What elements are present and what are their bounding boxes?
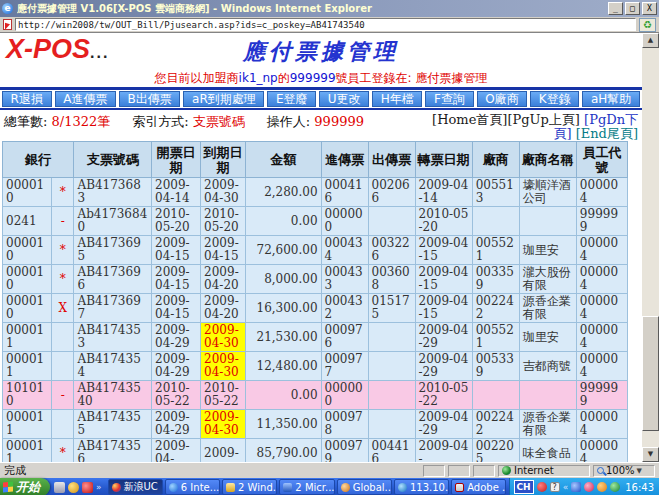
table-cell: AB4173696 bbox=[74, 265, 152, 294]
menu-button-return[interactable]: R退損 bbox=[2, 91, 52, 107]
table-row[interactable]: 101010-AB417435402010-05-222010-05-220.0… bbox=[3, 381, 628, 410]
table-cell: 2009-04-30 bbox=[201, 410, 246, 439]
table-cell: - bbox=[52, 207, 74, 236]
taskbar: 开始 » 新浪UC6 Inte...▼2 Wind...▼2 Micr...▼G… bbox=[0, 478, 659, 495]
maximize-button[interactable]: □ bbox=[625, 2, 640, 15]
url-input[interactable] bbox=[16, 20, 635, 30]
table-cell: 0.00 bbox=[246, 207, 322, 236]
sina-uc-icon bbox=[112, 483, 121, 492]
tray-qq-icon[interactable] bbox=[584, 482, 594, 492]
tray-security-icon[interactable] bbox=[610, 482, 620, 492]
taskbar-button-label: 新浪UC bbox=[124, 480, 158, 494]
page-nav-links: [Home首頁][PgUp上頁] [PgDn下頁] [End尾頁] bbox=[426, 113, 638, 141]
table-row[interactable]: 000011AB41743532009-04-292009-04-3021,53… bbox=[3, 323, 628, 352]
table-cell: 2010-05-20 bbox=[152, 207, 201, 236]
table-cell: 2009-04-14 bbox=[152, 178, 201, 207]
scroll-down-icon[interactable]: ▼ bbox=[642, 447, 659, 462]
refresh-go-icon[interactable]: ♻ bbox=[639, 18, 656, 32]
minimize-button[interactable]: _ bbox=[608, 2, 623, 15]
menu-button-annual-file[interactable]: H年檔 bbox=[372, 91, 422, 107]
table-cell bbox=[368, 352, 415, 381]
menu-button-register[interactable]: K登錄 bbox=[530, 91, 579, 107]
table-cell: 101010 bbox=[3, 381, 52, 410]
taskbar-button[interactable]: 6 Inte...▼ bbox=[165, 479, 220, 495]
scroll-up-icon[interactable]: ▲ bbox=[642, 33, 659, 48]
quick-launch-icon-1[interactable] bbox=[54, 482, 65, 493]
quick-launch-expand-icon[interactable]: » bbox=[96, 482, 102, 492]
tray-alert-icon[interactable] bbox=[537, 482, 547, 492]
table-cell: 2009-04-15 bbox=[201, 236, 246, 265]
scrollbar-track[interactable] bbox=[642, 48, 659, 447]
nav-home-link[interactable]: [Home首頁] bbox=[432, 112, 507, 127]
taskbar-button-label: 2 Micr... bbox=[295, 482, 334, 493]
menu-button-vendor[interactable]: O廠商 bbox=[477, 91, 528, 107]
table-row[interactable]: 000011*AB41743562009-04-2009-85,790.0000… bbox=[3, 439, 628, 463]
menu-button-due-process[interactable]: aR到期處理 bbox=[183, 91, 264, 107]
table-cell: 000000 bbox=[321, 381, 368, 410]
table-row[interactable]: 000011AB41743542009-04-292009-04-3012,48… bbox=[3, 352, 628, 381]
quick-launch-icon-2[interactable] bbox=[68, 482, 79, 493]
taskbar-button-label: 6 Inte... bbox=[181, 482, 219, 493]
language-indicator[interactable]: CH bbox=[514, 480, 534, 494]
table-cell: 21,530.00 bbox=[246, 323, 322, 352]
table-cell bbox=[368, 410, 415, 439]
table-cell: AB4173697 bbox=[74, 294, 152, 323]
taskbar-button[interactable]: 2 Micr...▼ bbox=[279, 479, 334, 495]
table-cell: 002205 bbox=[472, 439, 519, 463]
bills-table: 銀行 支票號碼 開票日期 到期日期 金額 進傳票 出傳票 轉票日期 廠商 廠商名… bbox=[2, 141, 628, 462]
menu-button-in-voucher[interactable]: A進傳票 bbox=[55, 91, 116, 107]
col-header-vendor-code: 廠商 bbox=[472, 142, 519, 178]
window-title: 應付票據管理 V1.06[X-POS 雲端商務網] - Windows Inte… bbox=[17, 2, 608, 16]
taskbar-button[interactable]: 2 Wind...▼ bbox=[222, 479, 277, 495]
nav-end-link[interactable]: [End尾頁] bbox=[576, 126, 638, 141]
menu-button-modify[interactable]: U更改 bbox=[319, 91, 369, 107]
zoom-control[interactable]: 100%▼ bbox=[593, 465, 655, 477]
col-header-vendor-name: 廠商名稱 bbox=[519, 142, 576, 178]
tray-help-icon[interactable]: ? bbox=[550, 482, 560, 492]
page-scrollbar[interactable]: ▲ ▼ bbox=[642, 33, 659, 462]
table-row[interactable]: 000011AB41743552009-04-292009-04-3011,35… bbox=[3, 410, 628, 439]
url-field-frame bbox=[15, 18, 636, 31]
table-cell: 瀧大股份有限 bbox=[519, 265, 576, 294]
table-cell bbox=[519, 381, 576, 410]
taskbar-button[interactable]: 113.10... bbox=[394, 479, 449, 495]
menu-button-out-voucher[interactable]: B出傳票 bbox=[119, 91, 180, 107]
table-cell: 005513 bbox=[472, 178, 519, 207]
menu-button-query[interactable]: F查詢 bbox=[425, 91, 473, 107]
table-cell: AB4174356 bbox=[74, 439, 152, 463]
menu-button-void[interactable]: E登廢 bbox=[267, 91, 316, 107]
table-cell bbox=[368, 323, 415, 352]
globe-app-icon bbox=[341, 483, 350, 492]
taskbar-button-label: 113.10... bbox=[410, 482, 449, 493]
tray-messenger-icon[interactable] bbox=[571, 482, 581, 492]
taskbar-button[interactable]: Global... bbox=[337, 479, 392, 495]
scrollbar-thumb[interactable] bbox=[642, 316, 659, 431]
close-button[interactable]: X bbox=[642, 2, 657, 15]
security-zone: Internet bbox=[498, 465, 590, 477]
table-cell: 源香企業有限 bbox=[519, 410, 576, 439]
login-mid: 的 bbox=[278, 71, 290, 85]
menu-button-help[interactable]: aH幫助 bbox=[582, 91, 640, 107]
start-button[interactable]: 开始 bbox=[0, 478, 50, 495]
table-cell: 72,600.00 bbox=[246, 236, 322, 265]
table-row[interactable]: 000010*AB41736962009-04-152009-04-208,00… bbox=[3, 265, 628, 294]
table-row[interactable]: 000010*AB41736832009-04-142009-04-302,28… bbox=[3, 178, 628, 207]
table-cell: 000004 bbox=[576, 352, 627, 381]
tray-app-icon[interactable] bbox=[597, 482, 607, 492]
table-cell: 000000 bbox=[321, 207, 368, 236]
taskbar-button[interactable]: Adobe ... bbox=[451, 479, 506, 495]
table-cell: 2009-04-14 bbox=[415, 178, 472, 207]
table-cell: Ab41736840 bbox=[74, 207, 152, 236]
table-row[interactable]: 000010*AB41736952009-04-152009-04-1572,6… bbox=[3, 236, 628, 265]
address-bar: ♻ bbox=[0, 17, 659, 33]
page-content: X-POS... 應付票據管理 您目前以加盟商ik1_np的999999號員工登… bbox=[0, 33, 642, 462]
nav-pgup-link[interactable]: [PgUp上頁] bbox=[507, 112, 580, 127]
table-row[interactable]: 0241-Ab417368402010-05-202010-05-200.000… bbox=[3, 207, 628, 236]
table-cell: 000004 bbox=[576, 294, 627, 323]
taskbar-button[interactable]: 新浪UC bbox=[108, 479, 163, 495]
quick-launch-icon-3[interactable] bbox=[82, 482, 93, 493]
table-cell: 005339 bbox=[472, 352, 519, 381]
col-header-employee: 員工代號 bbox=[576, 142, 627, 178]
table-row[interactable]: 000010XAB41736972009-04-152009-04-2016,3… bbox=[3, 294, 628, 323]
tray-collapse-icon[interactable]: « bbox=[563, 482, 569, 492]
